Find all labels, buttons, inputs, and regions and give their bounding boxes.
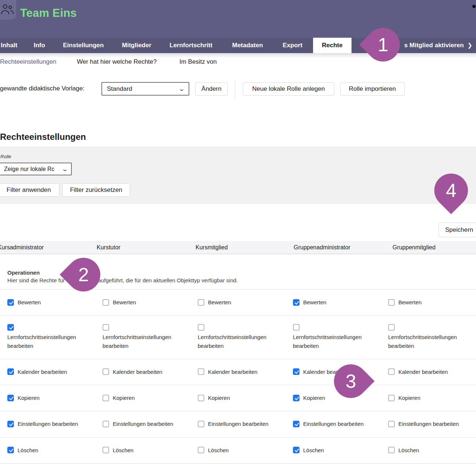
permission-cell: Einstellungen bearbeiten <box>7 420 103 428</box>
permission-cell: Kopieren <box>388 394 476 402</box>
checkbox-unchecked-icon[interactable] <box>103 324 109 331</box>
checkbox-unchecked-icon[interactable] <box>293 324 300 331</box>
checkbox-checked-icon[interactable] <box>7 421 14 427</box>
import-role-button[interactable]: Rolle importieren <box>340 82 405 96</box>
checkbox-unchecked-icon[interactable] <box>388 421 395 427</box>
didactic-template-toolbar: gewandte didaktische Vorlage: Standard ⌄… <box>0 82 476 97</box>
checkbox-unchecked-icon[interactable] <box>388 368 395 375</box>
checkbox-checked-icon[interactable] <box>7 368 14 375</box>
checkbox-unchecked-icon[interactable] <box>388 447 395 453</box>
checkbox-checked-icon[interactable] <box>7 324 14 331</box>
permission-label: Einstellungen bearbeiten <box>18 420 78 428</box>
permission-cell: Kopieren <box>293 394 388 402</box>
checkbox-checked-icon[interactable] <box>293 368 300 375</box>
permission-label: Löschen <box>18 446 38 454</box>
role-filter-select-value: Zeige nur lokale Rc <box>4 166 55 172</box>
chevron-down-icon: ⌄ <box>62 166 68 172</box>
checkbox-unchecked-icon[interactable] <box>198 421 204 427</box>
permission-cell: Löschen <box>388 446 476 454</box>
permission-label: Löschen <box>113 446 134 454</box>
checkbox-checked-icon[interactable] <box>7 447 14 453</box>
tab-info[interactable]: Info <box>34 38 45 53</box>
checkbox-unchecked-icon[interactable] <box>103 447 109 453</box>
checkbox-unchecked-icon[interactable] <box>103 299 109 306</box>
subtab-rechteeinstellungen[interactable]: Rechteeinstellungen <box>0 58 56 66</box>
permission-cell: Lernfortschrittseinstellungen bearbeiten <box>7 324 103 350</box>
activate-as-member-action[interactable]: s Mitglied aktivieren❯ <box>404 38 472 53</box>
permission-cell: Lernfortschrittseinstellungen bearbeiten <box>293 324 388 350</box>
tab-export[interactable]: Export <box>283 38 302 53</box>
didactic-template-label: gewandte didaktische Vorlage: <box>0 85 85 92</box>
checkbox-checked-icon[interactable] <box>293 299 300 306</box>
checkbox-unchecked-icon[interactable] <box>198 324 204 331</box>
checkbox-checked-icon[interactable] <box>293 395 300 401</box>
permission-label: Kopieren <box>113 394 135 402</box>
permission-cell: Kalender bearbeiten <box>388 368 476 376</box>
callout-number: 4 <box>446 179 457 201</box>
filter-reset-button[interactable]: Filter zurücksetzen <box>62 183 130 197</box>
subtab-im-besitz-von[interactable]: Im Besitz von <box>179 58 217 66</box>
permission-label: Löschen <box>303 446 324 454</box>
permission-row-einstellungen-bearbeiten: Einstellungen bearbeitenEinstellungen be… <box>0 411 476 437</box>
chevron-down-icon: ⌄ <box>178 86 185 92</box>
permission-label: Lernfortschrittseinstellungen bearbeiten <box>198 333 277 350</box>
permission-cell: Bewerten <box>198 298 293 306</box>
checkbox-unchecked-icon[interactable] <box>198 299 204 306</box>
checkbox-unchecked-icon[interactable] <box>198 368 204 375</box>
tab-mitglieder[interactable]: Mitglieder <box>122 38 151 53</box>
permission-label: Kopieren <box>303 394 325 402</box>
didactic-template-select[interactable]: Standard ⌄ <box>101 82 189 96</box>
permission-label: Löschen <box>398 446 419 454</box>
checkbox-unchecked-icon[interactable] <box>103 421 109 427</box>
permission-cell: Kopieren <box>7 394 103 402</box>
checkbox-unchecked-icon[interactable] <box>103 368 109 375</box>
tab-einstellungen[interactable]: Einstellungen <box>63 38 104 53</box>
permission-cell: Bewerten <box>293 298 388 306</box>
callout-number: 1 <box>378 34 388 56</box>
checkbox-unchecked-icon[interactable] <box>198 395 204 401</box>
checkbox-unchecked-icon[interactable] <box>198 447 204 453</box>
change-template-button[interactable]: Ändern <box>195 82 228 96</box>
permission-label: Bewerten <box>208 298 231 306</box>
tab-rechte[interactable]: Rechte <box>313 38 352 53</box>
chevron-right-icon: ❯ <box>468 42 472 48</box>
save-button[interactable]: Speichern <box>439 223 476 237</box>
checkbox-unchecked-icon[interactable] <box>388 324 395 331</box>
permission-cell: Einstellungen bearbeiten <box>103 420 198 428</box>
checkbox-checked-icon[interactable] <box>7 299 14 306</box>
permission-label: Einstellungen bearbeiten <box>113 420 173 428</box>
permission-label: Kopieren <box>208 394 230 402</box>
checkbox-checked-icon[interactable] <box>293 421 300 427</box>
didactic-template-select-value: Standard <box>107 85 132 93</box>
permission-label: Einstellungen bearbeiten <box>208 420 268 428</box>
main-tab-bar: InhaltInfoEinstellungenMitgliederLernfor… <box>0 38 476 53</box>
checkbox-unchecked-icon[interactable] <box>103 395 109 401</box>
column-header-kurstutor: Kurstutor <box>97 241 120 254</box>
permission-cell: Kalender bearbeiten <box>7 368 103 376</box>
permission-row-kalender-bearbeiten: Kalender bearbeitenKalender bearbeitenKa… <box>0 359 476 385</box>
permission-label: Kopieren <box>18 394 40 402</box>
tab-inhalt[interactable]: Inhalt <box>1 38 17 53</box>
permission-cell: Kopieren <box>198 394 293 402</box>
tab-metadaten[interactable]: Metadaten <box>232 38 263 53</box>
permission-cell: Löschen <box>198 446 293 454</box>
permission-row-löschen: LöschenLöschenLöschenLöschenLöschen <box>0 438 476 464</box>
subtab-wer-hat-hier-welche-rechte-[interactable]: Wer hat hier welche Rechte? <box>77 58 157 66</box>
checkbox-unchecked-icon[interactable] <box>388 395 395 401</box>
permission-cell: Bewerten <box>103 298 198 306</box>
tab-lernfortschritt[interactable]: Lernfortschritt <box>170 38 212 53</box>
permission-row-kopieren: KopierenKopierenKopierenKopierenKopieren <box>0 385 476 411</box>
permission-cell: Kalender bearbeiten <box>103 368 198 376</box>
new-local-role-button[interactable]: Neue lokale Rolle anlegen <box>243 82 334 96</box>
checkbox-unchecked-icon[interactable] <box>388 299 395 306</box>
permission-row-bewerten: BewertenBewertenBewertenBewertenBewerten <box>0 290 476 316</box>
permission-cell: Einstellungen bearbeiten <box>198 420 293 428</box>
role-filter-select[interactable]: Zeige nur lokale Rc ⌄ <box>0 163 72 175</box>
checkbox-checked-icon[interactable] <box>7 395 14 401</box>
callout-number: 2 <box>78 264 89 286</box>
column-header-gruppenadministrator: Gruppenadministrator <box>294 241 350 254</box>
checkbox-checked-icon[interactable] <box>293 447 300 453</box>
filter-apply-button[interactable]: Filter anwenden <box>0 183 59 197</box>
corner-dot <box>472 5 476 8</box>
permission-cell: Bewerten <box>388 298 476 306</box>
